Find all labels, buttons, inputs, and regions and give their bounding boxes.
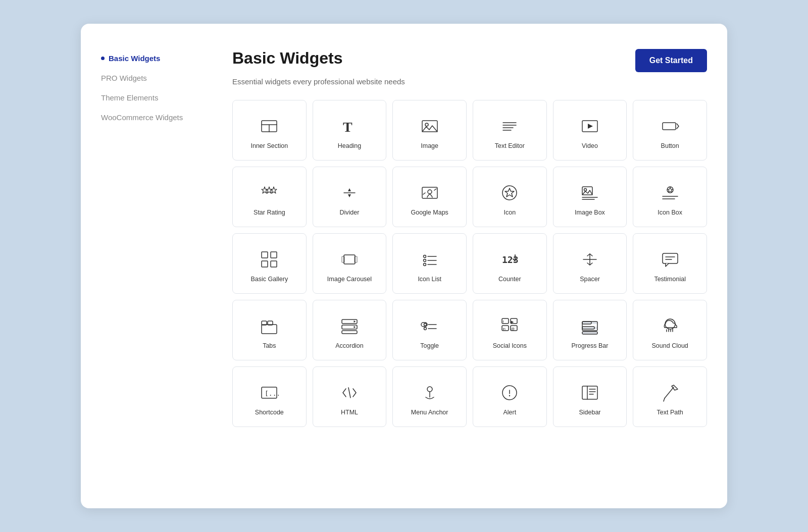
svg-point-26	[584, 189, 586, 191]
image-box-icon	[580, 182, 599, 204]
widget-label-testimonial: Testimonial	[654, 276, 686, 283]
testimonial-icon	[661, 248, 680, 271]
widget-divider[interactable]: Divider	[313, 167, 387, 227]
svg-line-22	[434, 189, 436, 190]
widget-basic-gallery[interactable]: Basic Gallery	[232, 233, 307, 294]
widget-label-video: Video	[582, 142, 598, 149]
button-icon	[661, 115, 680, 137]
icon-widget-icon	[500, 182, 519, 204]
svg-rect-4	[422, 121, 437, 132]
widget-accordion[interactable]: Accordion	[313, 300, 387, 360]
active-dot	[101, 57, 105, 60]
widget-label-google-maps: Google Maps	[411, 209, 448, 216]
icon-box-icon	[661, 182, 680, 204]
page-title: Basic Widgets	[232, 49, 342, 68]
svg-marker-30	[668, 187, 673, 192]
counter-icon: 123	[500, 248, 519, 271]
widget-image-box[interactable]: Image Box	[553, 167, 627, 227]
widget-label-spacer: Spacer	[580, 276, 600, 283]
widget-label-tabs: Tabs	[263, 342, 276, 349]
google-maps-icon	[420, 182, 439, 204]
page-subtitle: Essential widgets every professional web…	[232, 77, 707, 86]
widget-label-icon-box: Icon Box	[658, 209, 682, 216]
widget-label-star-rating: Star Rating	[254, 209, 285, 216]
sidebar-item-theme-elements[interactable]: Theme Elements	[101, 93, 197, 102]
inner-section-icon	[260, 115, 279, 137]
video-icon	[580, 115, 599, 137]
image-icon	[420, 115, 439, 137]
widget-text-path[interactable]: Text Path	[633, 366, 707, 427]
widget-menu-anchor[interactable]: Menu Anchor	[392, 366, 467, 427]
widget-label-basic-gallery: Basic Gallery	[251, 276, 288, 283]
svg-point-20	[428, 190, 432, 194]
content-header: Basic Widgets Get Started	[232, 49, 707, 72]
widget-spacer[interactable]: Spacer	[553, 233, 627, 294]
widget-label-sidebar: Sidebar	[579, 409, 600, 416]
svg-point-42	[423, 259, 426, 262]
svg-rect-38	[342, 256, 344, 262]
sidebar-widget-icon	[580, 382, 599, 404]
widget-testimonial[interactable]: Testimonial	[633, 233, 707, 294]
widget-counter[interactable]: 123 Counter	[473, 233, 547, 294]
widget-icon-list[interactable]: Icon List	[392, 233, 467, 294]
widget-html[interactable]: HTML	[313, 366, 387, 427]
svg-rect-39	[355, 256, 357, 262]
widget-tabs[interactable]: Tabs	[232, 300, 307, 360]
widget-inner-section[interactable]: Inner Section	[232, 100, 307, 161]
icon-list-icon	[420, 248, 439, 271]
svg-point-44	[423, 263, 426, 266]
widget-toggle[interactable]: Toggle	[392, 300, 467, 360]
widget-alert[interactable]: Alert	[473, 366, 547, 427]
svg-point-87	[427, 387, 432, 392]
svg-rect-92	[582, 386, 597, 399]
divider-icon	[340, 182, 359, 204]
svg-point-60	[424, 328, 426, 330]
svg-text:[...]: [...]	[265, 390, 279, 397]
widget-label-icon: Icon	[504, 209, 516, 216]
widget-label-social-icons: Social Icons	[493, 342, 527, 349]
sidebar-item-basic-widgets[interactable]: Basic Widgets	[101, 54, 197, 63]
sidebar-item-woocommerce-widgets[interactable]: WooCommerce Widgets	[101, 113, 197, 122]
svg-text:T: T	[343, 119, 352, 135]
image-carousel-icon	[340, 248, 359, 271]
svg-line-21	[423, 193, 425, 194]
sound-cloud-icon	[661, 315, 680, 337]
widget-sidebar[interactable]: Sidebar	[553, 366, 627, 427]
widget-label-toggle: Toggle	[420, 342, 439, 349]
widget-icon[interactable]: Icon	[473, 167, 547, 227]
get-started-button[interactable]: Get Started	[635, 49, 707, 72]
widget-label-shortcode: Shortcode	[255, 409, 284, 416]
basic-gallery-icon	[260, 248, 279, 271]
toggle-icon	[420, 315, 439, 337]
widget-text-editor[interactable]: Text Editor	[473, 100, 547, 161]
svg-point-5	[425, 123, 428, 126]
widget-progress-bar[interactable]: Progress Bar	[553, 300, 627, 360]
widget-video[interactable]: Video	[553, 100, 627, 161]
sidebar-label-theme-elements: Theme Elements	[101, 93, 158, 102]
widget-label-text-editor: Text Editor	[495, 142, 525, 149]
widget-sound-cloud[interactable]: Sound Cloud	[633, 300, 707, 360]
widget-label-heading: Heading	[338, 142, 362, 149]
svg-text:in: in	[503, 327, 506, 331]
widget-label-accordion: Accordion	[335, 342, 364, 349]
widget-image-carousel[interactable]: Image Carousel	[313, 233, 387, 294]
widget-label-image-carousel: Image Carousel	[327, 276, 372, 283]
widget-google-maps[interactable]: Google Maps	[392, 167, 467, 227]
widget-shortcode[interactable]: [...] Shortcode	[232, 366, 307, 427]
widget-icon-box[interactable]: Icon Box	[633, 167, 707, 227]
sidebar-label-woocommerce-widgets: WooCommerce Widgets	[101, 113, 183, 122]
widget-button[interactable]: Button	[633, 100, 707, 161]
sidebar-item-pro-widgets[interactable]: PRO Widgets	[101, 74, 197, 82]
widget-label-button: Button	[661, 142, 679, 149]
svg-point-40	[423, 255, 426, 258]
main-card: Basic Widgets PRO Widgets Theme Elements…	[81, 24, 727, 508]
widget-star-rating[interactable]: Star Rating	[232, 167, 307, 227]
text-path-icon	[661, 382, 680, 404]
svg-marker-24	[505, 188, 514, 197]
widget-heading[interactable]: T Heading	[313, 100, 387, 161]
svg-marker-17	[348, 188, 351, 191]
widget-label-divider: Divider	[340, 209, 360, 216]
widget-image[interactable]: Image	[392, 100, 467, 161]
widget-label-image-box: Image Box	[575, 209, 605, 216]
widget-social-icons[interactable]: f ▶ in @ Social Icons	[473, 300, 547, 360]
